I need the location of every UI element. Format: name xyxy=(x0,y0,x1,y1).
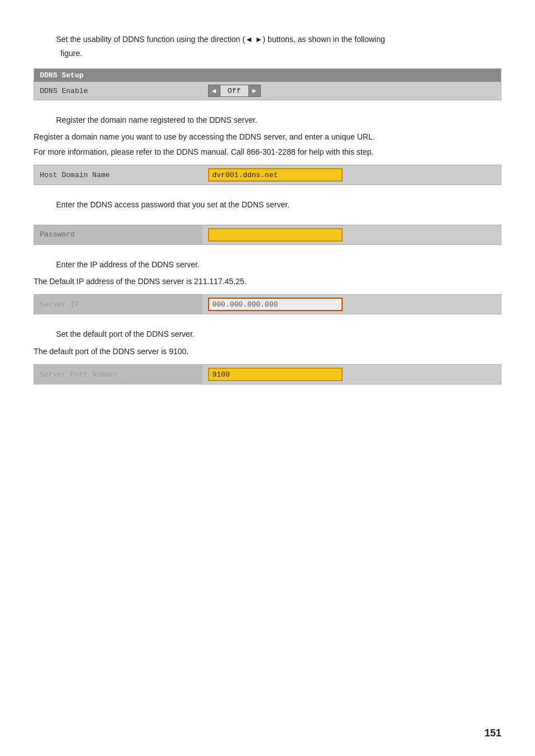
server-port-desc: Set the default port of the DDNS server. xyxy=(56,328,501,340)
server-ip-desc1: Enter the IP address of the DDNS server. xyxy=(56,258,501,271)
server-ip-value-cell xyxy=(202,295,501,314)
intro-paragraph: Set the usability of DDNS function using… xyxy=(56,34,501,59)
ddns-enable-value-cell: ◄ Off ► xyxy=(202,82,501,100)
host-domain-table: Host Domain Name xyxy=(34,165,501,185)
ddns-enable-value: Off xyxy=(220,85,248,97)
server-port-table: Server Port Number xyxy=(34,364,501,384)
password-desc: Enter the DDNS access password that you … xyxy=(56,198,501,211)
server-ip-input[interactable] xyxy=(208,298,343,311)
ddns-setup-table: DDNS Setup DDNS Enable ◄ Off ► xyxy=(34,68,501,100)
server-port-desc1: Set the default port of the DDNS server. xyxy=(56,328,501,340)
page-content: Set the usability of DDNS function using… xyxy=(0,0,535,432)
ddns-enable-left-btn[interactable]: ◄ xyxy=(208,85,220,97)
ddns-enable-row: DDNS Enable ◄ Off ► xyxy=(34,82,501,100)
server-port-label: Server Port Number xyxy=(34,365,202,384)
server-port-value-cell xyxy=(202,365,501,384)
password-desc1: Enter the DDNS access password that you … xyxy=(56,198,501,211)
ddns-setup-header-row: DDNS Setup xyxy=(34,69,501,82)
server-ip-label: Server IP xyxy=(34,295,202,314)
password-table: Password xyxy=(34,225,501,245)
password-value-cell xyxy=(202,225,501,244)
page-number: 151 xyxy=(485,727,501,739)
host-domain-label: Host Domain Name xyxy=(34,165,202,185)
server-ip-desc: Enter the IP address of the DDNS server. xyxy=(56,258,501,271)
ddns-setup-header: DDNS Setup xyxy=(34,69,501,82)
password-row: Password xyxy=(34,225,501,244)
intro-line2: figure. xyxy=(56,48,501,59)
ddns-enable-control: ◄ Off ► xyxy=(208,85,261,97)
intro-line1: Set the usability of DDNS function using… xyxy=(56,34,501,45)
server-port-input[interactable] xyxy=(208,368,343,381)
host-domain-desc1: Register the domain name registered to t… xyxy=(56,114,501,126)
password-label: Password xyxy=(34,225,202,244)
password-input[interactable] xyxy=(208,228,343,242)
server-ip-row: Server IP xyxy=(34,295,501,314)
host-domain-row: Host Domain Name xyxy=(34,165,501,185)
host-domain-desc2: Register a domain name you want to use b… xyxy=(34,131,501,143)
ddns-enable-right-btn[interactable]: ► xyxy=(248,85,261,97)
host-domain-desc3: For more information, please refer to th… xyxy=(34,146,501,158)
host-domain-desc: Register the domain name registered to t… xyxy=(56,114,501,126)
host-domain-value-cell xyxy=(202,165,501,185)
ddns-enable-label: DDNS Enable xyxy=(34,82,202,100)
server-port-desc2: The default port of the DDNS server is 9… xyxy=(34,345,501,358)
host-domain-input[interactable] xyxy=(208,168,343,182)
server-ip-table: Server IP xyxy=(34,294,501,314)
server-port-row: Server Port Number xyxy=(34,365,501,384)
server-ip-desc2: The Default IP address of the DDNS serve… xyxy=(34,275,501,287)
